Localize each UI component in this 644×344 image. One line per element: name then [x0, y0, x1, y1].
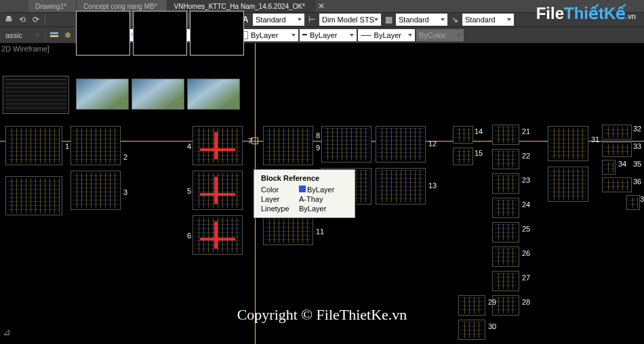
sheet-num-7: 7 — [248, 137, 252, 145]
sheet-6 — [193, 215, 243, 255]
sheet-num-28: 28 — [522, 298, 530, 306]
sheet-num-32: 32 — [633, 125, 641, 133]
sheet-8 — [263, 126, 313, 165]
sheet-num-15: 15 — [475, 149, 483, 157]
sheet-num-13: 13 — [428, 181, 437, 190]
sheet-num-12: 12 — [428, 139, 437, 148]
mleader-style-value: Standard — [465, 16, 496, 24]
linetype-value: ByLayer — [374, 31, 401, 39]
sheet-1b — [5, 176, 62, 215]
undo-icon[interactable]: ⟲ — [16, 14, 28, 26]
cursor-pickbox — [251, 137, 258, 144]
viewport-mode: 2D Wireframe] — [1, 45, 49, 53]
tooltip-color-label: Color — [261, 186, 294, 194]
tooltip-color-swatch — [299, 186, 306, 192]
color-dropdown[interactable]: ByLayer — [237, 29, 298, 41]
sheet-14 — [453, 126, 473, 144]
render-thumb-2 — [132, 79, 184, 110]
svg-rect-1 — [7, 16, 10, 18]
sheet-num-14: 14 — [475, 127, 483, 135]
sheet-num-30: 30 — [488, 322, 496, 330]
sheet-num-6: 6 — [187, 232, 191, 240]
svg-rect-0 — [6, 18, 12, 21]
render-thumb-3 — [187, 79, 240, 110]
sheet-num-24: 24 — [522, 200, 530, 209]
sheet-2 — [71, 126, 121, 165]
ucs-icon: ⊿ — [3, 326, 11, 337]
new-tab-icon[interactable]: ✕ — [315, 0, 327, 12]
sheet-num-29: 29 — [488, 298, 496, 306]
visual-style-value: assic — [5, 31, 22, 39]
sheet-24 — [492, 198, 519, 218]
sheet-num-25: 25 — [522, 225, 530, 233]
layer-freeze-icon[interactable]: ❄ — [62, 29, 74, 41]
sheet-num-3: 3 — [123, 188, 127, 196]
text-style-value: Standard — [256, 16, 286, 24]
redo-icon[interactable]: ⟳ — [30, 14, 42, 26]
sheet-num-31: 31 — [591, 135, 599, 144]
sheet-22 — [492, 149, 519, 169]
mleader-style-dropdown[interactable]: Standard — [462, 14, 514, 26]
tooltip-title: Block Reference — [261, 174, 348, 182]
tooltip-color-value: ByLayer — [307, 186, 334, 194]
sheet-5 — [193, 171, 243, 210]
viewport-3 — [190, 11, 244, 56]
sheet-num-9: 9 — [316, 144, 320, 152]
tooltip-layer-value: A-Thay — [299, 195, 323, 203]
sheet-num-21: 21 — [522, 127, 530, 135]
table-style-icon[interactable]: ▦ — [382, 14, 395, 26]
sheet-num-8: 8 — [316, 131, 320, 139]
drawing-area[interactable]: 2D Wireframe] 1 2 3 4 5 6 7 8 9 10 11 12… — [0, 43, 644, 344]
sheet-37 — [626, 195, 640, 210]
sheet-13 — [376, 168, 426, 205]
sheet-23 — [492, 173, 519, 194]
sheet-31b — [548, 167, 588, 202]
sheet-num-26: 26 — [522, 249, 530, 257]
dim-icon[interactable]: ⊢ — [306, 14, 318, 26]
lineweight-value: ByLayer — [310, 31, 337, 39]
lineweight-dropdown[interactable]: ━ ByLayer — [300, 29, 357, 41]
color-value: ByLayer — [251, 31, 278, 39]
sheet-num-33: 33 — [633, 142, 641, 150]
sheet-num-2: 2 — [123, 153, 127, 161]
sheet-num-1: 1 — [65, 142, 69, 150]
layer-manager-icon[interactable] — [48, 29, 60, 41]
sheet-12 — [376, 126, 426, 163]
sheet-15 — [453, 148, 473, 165]
entity-tooltip: Block Reference Color ByLayer Layer A-Th… — [254, 169, 355, 218]
table-style-value: Standard — [399, 16, 429, 24]
sheet-33 — [602, 142, 632, 157]
svg-rect-2 — [50, 32, 58, 34]
sheet-3 — [71, 171, 121, 210]
mleader-icon[interactable]: ↘ — [449, 14, 461, 26]
text-style-dropdown[interactable]: Standard — [253, 14, 304, 26]
watermark-copyright: Copyright © FileThietKe.vn — [237, 306, 407, 324]
table-style-dropdown[interactable]: Standard — [396, 14, 447, 26]
watermark-logo: FileThiếtKế.vn — [536, 4, 636, 23]
sheet-num-27: 27 — [522, 274, 530, 282]
dim-style-value: Dim Model STS — [322, 16, 374, 24]
viewport-2 — [133, 11, 187, 56]
print-icon[interactable] — [3, 14, 15, 26]
sheet-12-el — [321, 126, 371, 163]
sheet-num-5: 5 — [187, 187, 191, 195]
tab-drawing1[interactable]: Drawing1* — [28, 0, 77, 12]
sheet-1 — [5, 126, 62, 165]
sheet-31a — [548, 126, 588, 161]
sheet-num-22: 22 — [522, 152, 530, 160]
sheet-4 — [193, 126, 243, 165]
sheet-26 — [492, 246, 519, 267]
sheet-num-34: 34 — [618, 160, 626, 168]
plotstyle-value: ByColor — [419, 31, 445, 39]
sheet-34 — [602, 160, 616, 175]
sheet-32 — [602, 125, 632, 139]
plotstyle-dropdown[interactable]: ByColor — [416, 29, 464, 41]
linetype-dropdown[interactable]: ── ByLayer — [358, 29, 415, 41]
sheet-35 — [602, 177, 632, 192]
dim-style-dropdown[interactable]: Dim Model STS — [319, 14, 381, 26]
sheet-num-4: 4 — [187, 142, 191, 150]
viewport-1 — [76, 11, 130, 56]
tooltip-linetype-value: ByLayer — [299, 205, 326, 213]
visual-style-dropdown[interactable]: assic — [3, 29, 42, 41]
sheet-25 — [492, 222, 519, 242]
